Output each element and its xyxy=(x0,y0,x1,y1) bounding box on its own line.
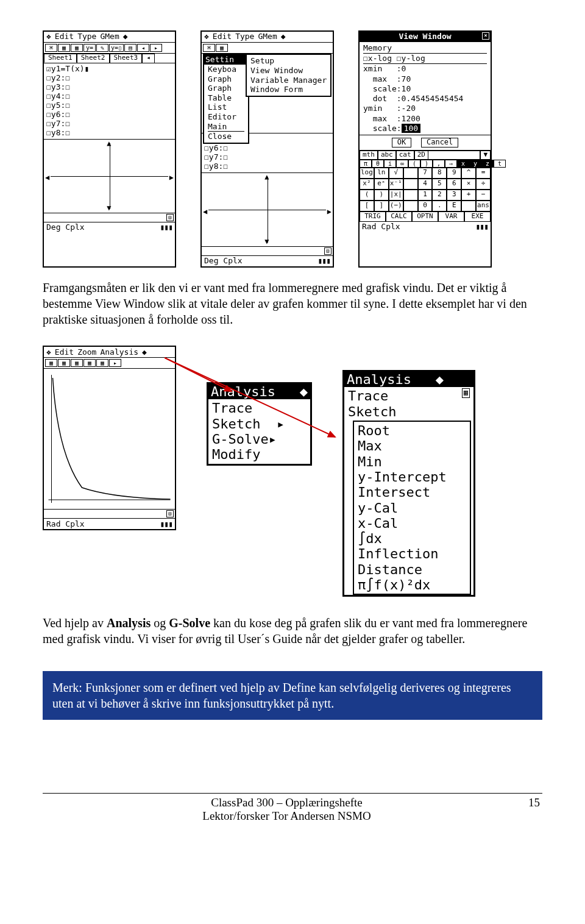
input-line: ▤ xyxy=(202,247,333,256)
menu-item: View Window xyxy=(250,66,327,76)
menu-item: Edit xyxy=(213,32,232,41)
menu-item: GMem xyxy=(258,32,277,41)
key: x² xyxy=(360,179,374,190)
key: eˣ xyxy=(374,179,389,190)
menu-item: Window Form xyxy=(250,85,327,94)
menu-item: Max xyxy=(358,438,466,453)
status-text: Deg Cplx xyxy=(204,257,243,266)
cancel-button: Cancel xyxy=(421,138,458,147)
toolbar-icon: ▦ xyxy=(96,359,108,367)
arrow-left-icon: ◀ xyxy=(45,174,49,182)
key: × xyxy=(461,179,476,190)
status-bar: Rad Cplx ▮▮▮ xyxy=(44,519,175,529)
menu-item: Table xyxy=(208,93,244,103)
vw-line: xmin :0 xyxy=(363,64,487,74)
menu-item: Trace xyxy=(212,400,307,416)
key: EXE xyxy=(464,211,491,222)
kp-tab-empty xyxy=(428,151,481,160)
menu-item: Distance xyxy=(358,562,466,577)
tab: Sheet3 xyxy=(110,54,143,63)
menu-item: Close xyxy=(208,131,244,141)
sheet-tabs: Sheet1 Sheet2 Sheet3 ◂ xyxy=(44,54,175,63)
menu-item: Analysis xyxy=(100,347,138,357)
toolbar-icon: ▦ xyxy=(71,359,83,367)
diamond-icon: ◆ xyxy=(436,372,444,387)
menu-item: Inflection xyxy=(358,546,466,561)
menu-item: Variable Manager xyxy=(250,76,327,85)
menu-item: ∫dx xyxy=(358,531,466,546)
toolbar-icon: y=▯ xyxy=(109,44,124,52)
graph-area: ▲ ▼ ◀ ▶ xyxy=(44,140,175,213)
key: log xyxy=(360,168,374,179)
status-bar: Deg Cplx ▮▮▮ xyxy=(44,222,175,233)
toolbar-icon: ⌘ xyxy=(45,44,57,52)
toolbar-icon: ▦ xyxy=(216,44,228,52)
input-line: ▤ xyxy=(44,510,175,519)
calc-screenshot-4: ❖ Edit Zoom Analysis ◆ ▦ ▦ ▦ ▦ ▦ ▸ xyxy=(43,346,176,530)
key xyxy=(461,201,476,211)
menu-item: ❖ xyxy=(204,32,209,41)
view-window-body: Memory ☐x-log ☐y-log xmin :0 max :70 sca… xyxy=(360,42,491,135)
menu-item: GMem xyxy=(100,32,119,41)
menu-item: ❖ xyxy=(46,32,51,41)
key: 9 xyxy=(447,168,461,179)
y-line: ☐y2:☐ xyxy=(46,74,172,83)
menu-item: ◆ xyxy=(142,347,147,357)
page-footer: ClassPad 300 – Opplæringshefte Lektor/fo… xyxy=(43,793,542,823)
menu-item-selected: Settin xyxy=(204,55,248,65)
y-line: ☐y7:☐ xyxy=(204,153,330,162)
menu-item: π∫f(x)²dx xyxy=(358,577,466,592)
kp-tab: mth xyxy=(360,151,378,160)
diamond-icon: ◆ xyxy=(300,384,308,399)
analysis-menu-2: Analysis ◆ Trace▦ Sketch Root Max Min y-… xyxy=(342,370,475,597)
key: ^ xyxy=(461,168,476,179)
key: t xyxy=(494,160,506,168)
key: 5 xyxy=(432,179,447,190)
vw-line: scale:10 xyxy=(363,84,487,94)
toolbar-icon: ▦ xyxy=(71,44,83,52)
menu-item: Keyboa xyxy=(208,65,244,74)
tab: Sheet1 xyxy=(44,54,77,63)
menu-item: Min xyxy=(358,454,466,469)
menu-item: Intersect xyxy=(358,485,466,500)
key: π xyxy=(360,160,372,168)
vw-line: scale:100 xyxy=(363,124,487,133)
menu-item: y-Cal xyxy=(358,500,466,516)
y-line: ☑y1=T(x)▮ xyxy=(46,65,172,74)
status-text: Deg Cplx xyxy=(46,223,85,232)
status-bar: Rad Cplx ▮▮▮ xyxy=(360,222,491,232)
submenu-icon: ▦ xyxy=(462,388,470,398)
key: ÷ xyxy=(476,179,491,190)
footer-title: ClassPad 300 – Opplæringshefte xyxy=(211,796,363,809)
key: 4 xyxy=(418,179,433,190)
key: ) xyxy=(420,160,433,168)
key: 7 xyxy=(418,168,433,179)
battery-icon: ▮▮▮ xyxy=(160,223,172,232)
analysis-menu-1: Analysis ◆ Trace Sketch ▸ G-Solve▸ Modif… xyxy=(207,382,312,465)
menu-item: Type xyxy=(235,32,254,41)
toolbar-icon: ▦ xyxy=(83,359,96,367)
kp-close-icon: ▼ xyxy=(480,151,491,160)
key: ⇒ xyxy=(445,160,457,168)
graph-area: ▲ ▼ ◀ ▶ xyxy=(202,173,333,247)
key: ) xyxy=(374,190,389,201)
dialog-buttons: OK Cancel xyxy=(360,135,491,150)
calc-screenshot-1: ❖ Edit Type GMem ◆ ⌘ ▦ ▦ y= ✎ y=▯ ▤ ◂ ▸ … xyxy=(43,30,176,268)
key: ∞ xyxy=(396,160,408,168)
menu-item: Trace▦ xyxy=(348,388,470,403)
resize-icon: ▤ xyxy=(324,247,332,255)
sidebar-menu: Settin Keyboa Graph Graph Table List Edi… xyxy=(203,54,249,143)
vw-line: ymin :-20 xyxy=(363,104,487,113)
resize-icon: ▤ xyxy=(166,510,174,517)
arrow-down-icon: ▼ xyxy=(107,204,111,213)
key: 0 xyxy=(418,201,433,211)
key: ( xyxy=(360,190,374,201)
kp-tab: 2D xyxy=(414,151,428,160)
menu-item: Edit xyxy=(55,347,74,357)
key: ln xyxy=(374,168,389,179)
key: x⁻¹ xyxy=(389,179,403,190)
menu-item: Main xyxy=(208,122,244,132)
key: θ xyxy=(372,160,384,168)
keypad: mth abc cat 2D ▼ π θ i ∞ ( ) , ⇒ x xyxy=(360,150,491,222)
menu-item: Root xyxy=(358,423,466,438)
